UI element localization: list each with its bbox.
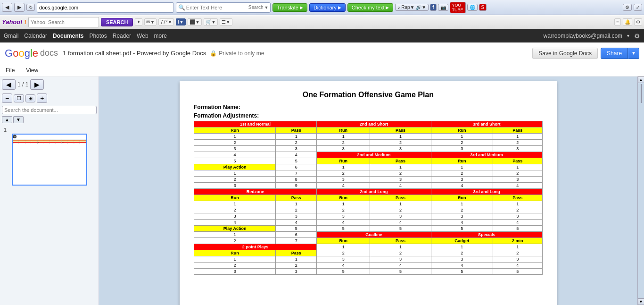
nav-documents[interactable]: Documents <box>53 33 83 39</box>
yahoo-icon-7[interactable]: ☰▼ <box>220 18 232 25</box>
grid-view-button[interactable]: ⊞ <box>25 94 35 102</box>
table-row: 2 point Plays 11 11 <box>194 244 543 250</box>
resize-icon-box[interactable]: ⤢ <box>634 4 642 11</box>
table-row: 11 33 33 <box>194 256 543 263</box>
address-bar[interactable] <box>37 2 174 13</box>
user-email[interactable]: warroomplaybooks@gmail.com <box>544 33 623 39</box>
yahoo-icon-temp[interactable]: 77°▼ <box>158 18 174 25</box>
yahoo-icon-5[interactable]: ⬛▼ <box>188 18 202 25</box>
forward-button[interactable]: ▶ <box>14 3 25 12</box>
search-doc-input[interactable] <box>2 106 97 114</box>
browser-toolbar: ◀ ▶ ↻ 🔍 Search ▼ Translate ▶ Dictionary … <box>0 0 644 15</box>
yahoo-bell-icon[interactable]: 🔔 <box>623 18 632 25</box>
music-icon-box[interactable]: ♪ Rap▼ 🔊▼ <box>395 4 429 11</box>
yahoo-logo: Yahoo! <box>2 18 23 25</box>
search-next-button[interactable]: ▼ <box>13 116 24 123</box>
nav-gmail[interactable]: Gmail <box>4 33 18 39</box>
table-row: 27 Run Pass Gadget 2 min <box>194 238 543 244</box>
social-icon-box3[interactable]: S <box>479 4 487 11</box>
menu-file[interactable]: File <box>4 66 17 75</box>
nav-calendar[interactable]: Calendar <box>24 33 47 39</box>
table-row: 33 55 55 <box>194 269 543 275</box>
yahoo-toolbar-customize[interactable]: ≡ <box>614 18 621 25</box>
zoom-out-button[interactable]: − <box>2 93 12 103</box>
social-icon-box2[interactable]: 📷 <box>438 4 448 11</box>
zoom-in-button[interactable]: + <box>37 93 47 103</box>
page-info: 1 / 1 <box>17 81 28 88</box>
yahoo-exclaim: ! <box>25 18 26 25</box>
yahoo-icon-shop[interactable]: 🛒▼ <box>204 18 218 25</box>
user-dropdown-icon[interactable]: ▼ <box>626 34 630 38</box>
doc-title: One Formation Offensive Game Plan <box>194 91 543 99</box>
gdocs-file-info: 1 formation call sheet.pdf - Powered by … <box>63 50 528 57</box>
table-row: 22 22 22 <box>194 207 543 213</box>
dictionary-arrow-icon: ▶ <box>338 5 341 10</box>
menu-view[interactable]: View <box>24 66 40 75</box>
youtube-icon-box[interactable]: YOUTUBE <box>450 2 466 13</box>
yahoo-icon-fb[interactable]: f▼ <box>176 18 186 25</box>
scroll-down-button[interactable]: ▼ <box>638 298 644 305</box>
gdocs-actions: Save in Google Docs Share ▼ <box>532 48 639 59</box>
header-1st-normal: 1st and Normal <box>194 121 317 127</box>
nav-photos[interactable]: Photos <box>89 33 107 39</box>
search-prev-button[interactable]: ▲ <box>2 116 12 123</box>
yahoo-search-input[interactable] <box>31 19 97 25</box>
refresh-button[interactable]: ↻ <box>26 4 35 11</box>
search-dropdown-icon[interactable]: ▼ <box>264 5 269 10</box>
logo-g: G <box>5 47 13 59</box>
table-row: Redzone 2nd and Long 3rd and Long <box>194 189 543 195</box>
pass-header-4: Pass <box>370 158 431 164</box>
yahoo-toolbar: Yahoo! ! SEARCH ✦ ✉▼ 77°▼ f▼ ⬛▼ 🛒▼ ☰▼ ≡ … <box>0 15 644 29</box>
logo-o2: o <box>18 47 24 59</box>
header-2nd-medium: 2nd and Medium <box>317 152 431 158</box>
logo-e: e <box>33 47 38 59</box>
left-panel: ◀ 1 / 1 ▶ − ☐ ⊞ + ▲ ▼ 1 W One Formation … <box>0 76 99 305</box>
back-button[interactable]: ◀ <box>2 3 12 12</box>
logo-docs-text: docs <box>40 48 58 58</box>
run-header-3: Run <box>431 127 493 134</box>
save-google-docs-button[interactable]: Save in Google Docs <box>532 48 598 59</box>
thumbnail-area: 1 W One Formation Offensive Game Plan 1s… <box>2 125 97 303</box>
privacy-text: Private to only me <box>219 50 264 57</box>
table-row: 11 11 11 <box>194 201 543 207</box>
yahoo-icon-1[interactable]: ✦ <box>135 18 142 25</box>
dictionary-button[interactable]: Dictionary ▶ <box>309 3 346 12</box>
checktext-button[interactable]: Check my text ▶ <box>347 3 394 12</box>
nav-reader[interactable]: Reader <box>113 33 131 39</box>
run-header-5: Run <box>431 158 493 164</box>
settings-gear-icon[interactable]: ⚙ <box>634 32 640 40</box>
gdocs-header: Google docs 1 formation call sheet.pdf -… <box>0 42 644 64</box>
scroll-up-button[interactable]: ▲ <box>638 76 644 83</box>
yahoo-settings-icon[interactable]: ⚙ <box>634 18 642 25</box>
prev-page-button[interactable]: ◀ <box>2 79 16 90</box>
yahoo-icon-mail[interactable]: ✉▼ <box>144 18 157 25</box>
share-dropdown-button[interactable]: ▼ <box>628 48 639 59</box>
page-thumbnail[interactable]: W One Formation Offensive Game Plan 1st … <box>12 134 87 186</box>
google-nav-right: warroomplaybooks@gmail.com ▼ ⚙ <box>544 32 641 40</box>
share-button[interactable]: Share <box>601 48 628 59</box>
search-input[interactable] <box>186 5 248 10</box>
single-page-button[interactable]: ☐ <box>14 94 24 102</box>
run-header-1: Run <box>194 127 276 134</box>
play-action-label-2: Play Action <box>194 226 276 232</box>
yahoo-search-button[interactable]: SEARCH <box>101 18 133 26</box>
nav-more[interactable]: more <box>154 33 167 39</box>
scroll-thumb[interactable] <box>641 84 642 103</box>
globe-icon-box[interactable]: 🌐 <box>467 4 478 11</box>
search-arrows: ▲ ▼ <box>2 116 97 123</box>
main-content[interactable]: One Formation Offensive Game Plan Format… <box>99 76 637 305</box>
translate-arrow-icon: ▶ <box>300 5 303 10</box>
facebook-icon-box[interactable]: f <box>430 4 436 11</box>
play-action-label: Play Action <box>194 164 276 170</box>
table-row: 22 44 44 <box>194 263 543 269</box>
settings-icon-box[interactable]: ⚙ <box>623 4 632 11</box>
doc-area: ◀ 1 / 1 ▶ − ☐ ⊞ + ▲ ▼ 1 W One Formation … <box>0 76 644 305</box>
header-3rd-short: 3rd and Short <box>431 121 542 127</box>
translate-button[interactable]: Translate ▶ <box>272 3 307 12</box>
next-page-button[interactable]: ▶ <box>30 79 44 90</box>
yahoo-search-box <box>28 17 99 27</box>
header-3rd-medium: 3rd and Medium <box>431 152 542 158</box>
gadget-header: Gadget <box>431 238 493 244</box>
nav-web[interactable]: Web <box>137 33 148 39</box>
pass-header-3: Pass <box>493 127 542 134</box>
